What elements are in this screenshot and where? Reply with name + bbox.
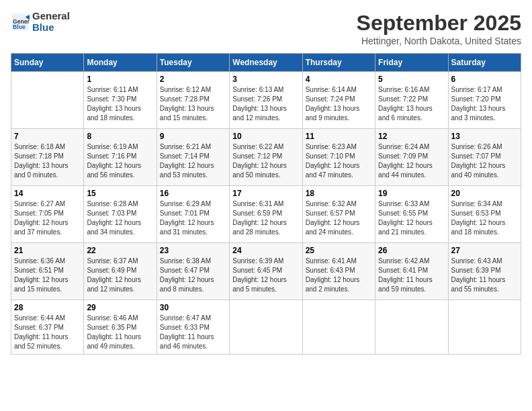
calendar-cell: 3Sunrise: 6:13 AM Sunset: 7:26 PM Daylig… <box>230 72 302 129</box>
day-number: 8 <box>87 132 153 141</box>
week-row-4: 21Sunrise: 6:36 AM Sunset: 6:51 PM Dayli… <box>11 243 521 300</box>
day-number: 17 <box>232 189 299 198</box>
calendar-cell: 5Sunrise: 6:16 AM Sunset: 7:22 PM Daylig… <box>375 72 448 129</box>
calendar-cell: 29Sunrise: 6:46 AM Sunset: 6:35 PM Dayli… <box>84 300 157 355</box>
week-row-1: 1Sunrise: 6:11 AM Sunset: 7:30 PM Daylig… <box>11 72 521 129</box>
calendar-cell: 19Sunrise: 6:33 AM Sunset: 6:55 PM Dayli… <box>375 186 448 243</box>
calendar-cell <box>448 300 521 355</box>
day-number: 23 <box>160 246 226 255</box>
calendar-cell: 23Sunrise: 6:38 AM Sunset: 6:47 PM Dayli… <box>157 243 229 300</box>
week-row-3: 14Sunrise: 6:27 AM Sunset: 7:05 PM Dayli… <box>11 186 521 243</box>
week-row-5: 28Sunrise: 6:44 AM Sunset: 6:37 PM Dayli… <box>11 300 521 355</box>
cell-info: Sunrise: 6:11 AM Sunset: 7:30 PM Dayligh… <box>87 85 153 123</box>
page-header: General Blue General Blue September 2025… <box>11 11 521 46</box>
calendar-cell <box>230 300 302 355</box>
cell-info: Sunrise: 6:12 AM Sunset: 7:28 PM Dayligh… <box>160 85 226 123</box>
cell-info: Sunrise: 6:23 AM Sunset: 7:10 PM Dayligh… <box>306 142 372 180</box>
calendar-cell: 12Sunrise: 6:24 AM Sunset: 7:09 PM Dayli… <box>375 129 448 186</box>
logo-line1: General <box>32 11 70 22</box>
cell-info: Sunrise: 6:19 AM Sunset: 7:16 PM Dayligh… <box>87 142 153 180</box>
day-number: 6 <box>451 75 518 84</box>
calendar-cell: 6Sunrise: 6:17 AM Sunset: 7:20 PM Daylig… <box>448 72 521 129</box>
calendar-cell: 1Sunrise: 6:11 AM Sunset: 7:30 PM Daylig… <box>84 72 157 129</box>
calendar-cell: 17Sunrise: 6:31 AM Sunset: 6:59 PM Dayli… <box>230 186 302 243</box>
day-number: 24 <box>232 246 299 255</box>
header-friday: Friday <box>375 54 448 72</box>
header-monday: Monday <box>84 54 157 72</box>
day-number: 26 <box>378 246 445 255</box>
week-row-2: 7Sunrise: 6:18 AM Sunset: 7:18 PM Daylig… <box>11 129 521 186</box>
cell-info: Sunrise: 6:44 AM Sunset: 6:37 PM Dayligh… <box>14 314 81 351</box>
cell-info: Sunrise: 6:13 AM Sunset: 7:26 PM Dayligh… <box>232 85 299 123</box>
calendar-cell <box>302 300 375 355</box>
day-number: 12 <box>378 132 445 141</box>
cell-info: Sunrise: 6:34 AM Sunset: 6:53 PM Dayligh… <box>451 199 518 237</box>
calendar-cell <box>375 300 448 355</box>
header-saturday: Saturday <box>448 54 521 72</box>
cell-info: Sunrise: 6:47 AM Sunset: 6:33 PM Dayligh… <box>160 314 226 351</box>
calendar-cell: 15Sunrise: 6:28 AM Sunset: 7:03 PM Dayli… <box>84 186 157 243</box>
day-number: 20 <box>451 189 518 198</box>
cell-info: Sunrise: 6:17 AM Sunset: 7:20 PM Dayligh… <box>451 85 518 123</box>
cell-info: Sunrise: 6:38 AM Sunset: 6:47 PM Dayligh… <box>160 257 226 294</box>
cell-info: Sunrise: 6:46 AM Sunset: 6:35 PM Dayligh… <box>87 314 153 351</box>
logo-line2: Blue <box>32 22 70 34</box>
calendar-cell: 24Sunrise: 6:39 AM Sunset: 6:45 PM Dayli… <box>230 243 302 300</box>
calendar-cell: 2Sunrise: 6:12 AM Sunset: 7:28 PM Daylig… <box>157 72 229 129</box>
calendar-cell: 4Sunrise: 6:14 AM Sunset: 7:24 PM Daylig… <box>302 72 375 129</box>
day-number: 19 <box>378 189 445 198</box>
calendar-cell <box>11 72 84 129</box>
day-number: 14 <box>14 189 81 198</box>
calendar-cell: 14Sunrise: 6:27 AM Sunset: 7:05 PM Dayli… <box>11 186 84 243</box>
svg-text:Blue: Blue <box>13 24 26 30</box>
day-number: 7 <box>14 132 81 141</box>
calendar-cell: 28Sunrise: 6:44 AM Sunset: 6:37 PM Dayli… <box>11 300 84 355</box>
calendar-cell: 10Sunrise: 6:22 AM Sunset: 7:12 PM Dayli… <box>230 129 302 186</box>
calendar-table: SundayMondayTuesdayWednesdayThursdayFrid… <box>11 53 521 355</box>
day-number: 13 <box>451 132 518 141</box>
calendar-cell: 7Sunrise: 6:18 AM Sunset: 7:18 PM Daylig… <box>11 129 84 186</box>
cell-info: Sunrise: 6:42 AM Sunset: 6:41 PM Dayligh… <box>378 257 445 294</box>
cell-info: Sunrise: 6:41 AM Sunset: 6:43 PM Dayligh… <box>306 257 372 294</box>
cell-info: Sunrise: 6:16 AM Sunset: 7:22 PM Dayligh… <box>378 85 445 123</box>
day-number: 1 <box>87 75 153 84</box>
logo-icon: General Blue <box>11 13 30 32</box>
calendar-cell: 8Sunrise: 6:19 AM Sunset: 7:16 PM Daylig… <box>84 129 157 186</box>
cell-info: Sunrise: 6:14 AM Sunset: 7:24 PM Dayligh… <box>306 85 372 123</box>
day-number: 11 <box>306 132 372 141</box>
cell-info: Sunrise: 6:39 AM Sunset: 6:45 PM Dayligh… <box>232 257 299 294</box>
calendar-cell: 18Sunrise: 6:32 AM Sunset: 6:57 PM Dayli… <box>302 186 375 243</box>
calendar-cell: 30Sunrise: 6:47 AM Sunset: 6:33 PM Dayli… <box>157 300 229 355</box>
day-number: 5 <box>378 75 445 84</box>
calendar-cell: 20Sunrise: 6:34 AM Sunset: 6:53 PM Dayli… <box>448 186 521 243</box>
cell-info: Sunrise: 6:21 AM Sunset: 7:14 PM Dayligh… <box>160 142 226 180</box>
cell-info: Sunrise: 6:32 AM Sunset: 6:57 PM Dayligh… <box>306 199 372 237</box>
day-number: 10 <box>232 132 299 141</box>
day-number: 25 <box>306 246 372 255</box>
calendar-cell: 13Sunrise: 6:26 AM Sunset: 7:07 PM Dayli… <box>448 129 521 186</box>
calendar-cell: 22Sunrise: 6:37 AM Sunset: 6:49 PM Dayli… <box>84 243 157 300</box>
month-title: September 2025 <box>357 11 521 36</box>
day-number: 4 <box>306 75 372 84</box>
cell-info: Sunrise: 6:28 AM Sunset: 7:03 PM Dayligh… <box>87 199 153 237</box>
calendar-cell: 9Sunrise: 6:21 AM Sunset: 7:14 PM Daylig… <box>157 129 229 186</box>
header-row: SundayMondayTuesdayWednesdayThursdayFrid… <box>11 54 521 72</box>
day-number: 21 <box>14 246 81 255</box>
logo: General Blue General Blue <box>11 11 70 33</box>
cell-info: Sunrise: 6:43 AM Sunset: 6:39 PM Dayligh… <box>451 257 518 294</box>
calendar-cell: 27Sunrise: 6:43 AM Sunset: 6:39 PM Dayli… <box>448 243 521 300</box>
cell-info: Sunrise: 6:37 AM Sunset: 6:49 PM Dayligh… <box>87 257 153 294</box>
calendar-cell: 16Sunrise: 6:29 AM Sunset: 7:01 PM Dayli… <box>157 186 229 243</box>
day-number: 15 <box>87 189 153 198</box>
header-tuesday: Tuesday <box>157 54 229 72</box>
day-number: 3 <box>232 75 299 84</box>
cell-info: Sunrise: 6:29 AM Sunset: 7:01 PM Dayligh… <box>160 199 226 237</box>
cell-info: Sunrise: 6:33 AM Sunset: 6:55 PM Dayligh… <box>378 199 445 237</box>
day-number: 22 <box>87 246 153 255</box>
calendar-cell: 11Sunrise: 6:23 AM Sunset: 7:10 PM Dayli… <box>302 129 375 186</box>
title-block: September 2025 Hettinger, North Dakota, … <box>357 11 521 46</box>
cell-info: Sunrise: 6:31 AM Sunset: 6:59 PM Dayligh… <box>232 199 299 237</box>
header-thursday: Thursday <box>302 54 375 72</box>
day-number: 9 <box>160 132 226 141</box>
day-number: 28 <box>14 303 81 312</box>
